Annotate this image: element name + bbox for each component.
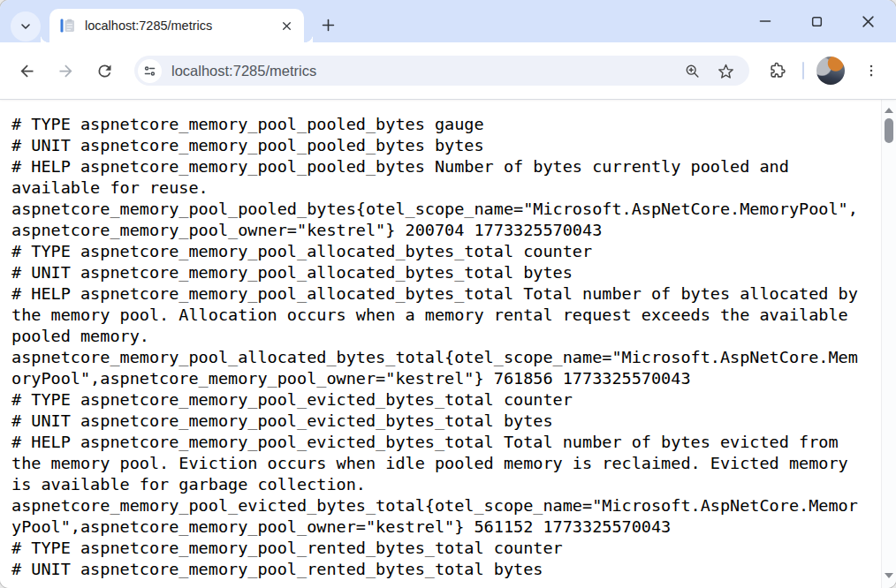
- toolbar: localhost:7285/metrics: [0, 42, 896, 100]
- menu-button[interactable]: [854, 53, 889, 88]
- zoom-indicator-button[interactable]: [680, 59, 703, 82]
- star-icon: [717, 62, 735, 80]
- content-area: # TYPE aspnetcore_memory_pool_pooled_byt…: [0, 100, 896, 588]
- active-tab[interactable]: localhost:7285/metrics: [49, 9, 304, 42]
- puzzle-icon: [768, 61, 787, 80]
- site-settings-button[interactable]: [138, 59, 162, 83]
- maximize-icon: [811, 16, 823, 27]
- maximize-button[interactable]: [797, 6, 836, 36]
- close-icon: [281, 20, 292, 32]
- minimize-button[interactable]: [746, 6, 785, 36]
- toolbar-divider: [802, 62, 804, 79]
- url-text[interactable]: localhost:7285/metrics: [171, 63, 670, 79]
- arrow-right-icon: [57, 62, 75, 80]
- reload-icon: [95, 62, 114, 80]
- plus-icon: [320, 17, 337, 34]
- new-tab-button[interactable]: [315, 11, 341, 38]
- back-button[interactable]: [9, 53, 44, 88]
- minimize-icon: [759, 15, 771, 27]
- window-controls: [746, 0, 887, 42]
- scroll-down-button[interactable]: [882, 569, 896, 583]
- reload-button[interactable]: [87, 53, 122, 88]
- triangle-up-icon: [885, 108, 893, 113]
- tune-icon: [142, 64, 157, 79]
- scrollbar[interactable]: [881, 100, 896, 588]
- scrollbar-thumb[interactable]: [885, 118, 893, 143]
- arrow-left-icon: [18, 62, 36, 80]
- profile-avatar[interactable]: [816, 57, 845, 85]
- close-window-button[interactable]: [848, 6, 887, 36]
- tab-strip: localhost:7285/metrics: [0, 0, 896, 42]
- zoom-in-icon: [683, 62, 702, 80]
- kebab-menu-icon: [863, 63, 879, 79]
- close-icon: [862, 15, 875, 28]
- scroll-up-button[interactable]: [882, 103, 896, 117]
- extensions-button[interactable]: [760, 53, 795, 88]
- document-icon: [60, 18, 76, 34]
- tab-search-button[interactable]: [11, 11, 41, 41]
- chevron-down-icon: [19, 19, 33, 34]
- omnibox[interactable]: localhost:7285/metrics: [134, 56, 749, 86]
- tab-title: localhost:7285/metrics: [85, 19, 277, 33]
- bookmark-button[interactable]: [714, 59, 737, 82]
- tab-close-button[interactable]: [277, 17, 295, 34]
- metrics-text: # TYPE aspnetcore_memory_pool_pooled_byt…: [0, 100, 896, 588]
- forward-button[interactable]: [48, 53, 83, 88]
- triangle-down-icon: [885, 573, 893, 578]
- toolbar-right-cluster: [756, 53, 889, 88]
- browser-window: localhost:7285/metrics: [0, 0, 896, 588]
